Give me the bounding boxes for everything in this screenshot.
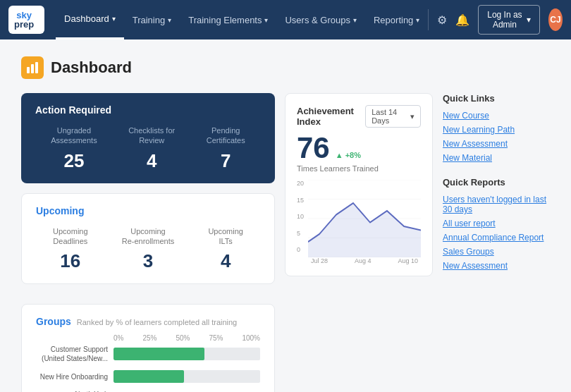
- upcoming-ilts: UpcomingILTs 4: [208, 226, 243, 273]
- stat-label: UngradedAssessments: [51, 125, 97, 146]
- svg-rect-0: [27, 67, 30, 73]
- left-column: Action Required UngradedAssessments 25 C…: [21, 93, 275, 392]
- chart-container: Jul 28 Aug 4 Aug 10: [308, 180, 421, 264]
- page-title-wrap: Dashboard: [21, 56, 550, 79]
- chart-area-fill: [308, 203, 421, 257]
- group-bar: [113, 348, 204, 360]
- chevron-down-icon: ▾: [416, 16, 419, 24]
- quick-report-new-assessment[interactable]: New Assessment: [443, 261, 555, 271]
- chevron-down-icon: ▾: [527, 15, 531, 25]
- chart-area: 20 15 10 5 0: [297, 180, 421, 264]
- quick-report-all-users[interactable]: All user report: [443, 219, 555, 228]
- stat-value: 4: [128, 150, 175, 172]
- action-required-title: Action Required: [35, 104, 261, 116]
- quick-link-new-course[interactable]: New Course: [443, 111, 555, 121]
- groups-subtitle: Ranked by % of learners completed all tr…: [77, 318, 237, 326]
- stat-value: 25: [51, 150, 97, 172]
- chart-wrap: [308, 180, 421, 257]
- group-bar-wrap: [113, 370, 260, 383]
- group-row: Customer Support(United States/New...: [36, 345, 260, 363]
- svg-rect-1: [31, 64, 34, 73]
- chevron-down-icon: ▾: [112, 15, 116, 23]
- upcoming-label: UpcomingRe-enrollments: [122, 226, 175, 247]
- nav-item-dashboard[interactable]: Dashboard ▾: [56, 0, 124, 39]
- quick-reports-section: Quick Reports Users haven't logged in la…: [443, 177, 555, 275]
- groups-title: Groups: [36, 316, 71, 327]
- upcoming-label: UpcomingILTs: [208, 226, 243, 247]
- page-title: Dashboard: [51, 59, 132, 77]
- achievement-title: Achievement Index: [297, 106, 365, 127]
- upcoming-deadlines: UpcomingDeadlines 16: [53, 226, 88, 273]
- stat-label: Checklists forReview: [128, 125, 175, 146]
- chevron-down-icon: ▾: [168, 16, 171, 24]
- svg-rect-2: [35, 62, 38, 73]
- upcoming-label: UpcomingDeadlines: [53, 226, 88, 247]
- upcoming-value: 3: [122, 250, 175, 272]
- nav-item-users-groups[interactable]: Users & Groups ▾: [276, 0, 364, 39]
- right-column: Quick Links New Course New Learning Path…: [443, 93, 555, 275]
- stat-label: PendingCertificates: [207, 125, 245, 146]
- gear-icon[interactable]: ⚙: [437, 13, 447, 27]
- quick-links-title: Quick Links: [443, 93, 555, 104]
- nav-item-training[interactable]: Training ▾: [124, 0, 180, 39]
- action-stats: UngradedAssessments 25 Checklists forRev…: [35, 125, 261, 172]
- group-name: Customer Support(United States/New...: [36, 345, 113, 363]
- group-bar-wrap: [113, 348, 260, 360]
- quick-links-section: Quick Links New Course New Learning Path…: [443, 93, 555, 167]
- quick-link-new-learning-path[interactable]: New Learning Path: [443, 125, 555, 135]
- quick-link-new-material[interactable]: New Material: [443, 153, 555, 163]
- action-required-card: Action Required UngradedAssessments 25 C…: [21, 93, 275, 183]
- chart-svg: [308, 180, 421, 257]
- upcoming-value: 16: [53, 250, 88, 272]
- avatar[interactable]: CJ: [548, 8, 563, 31]
- stat-ungraded: UngradedAssessments 25: [51, 125, 97, 172]
- quick-report-sales-groups[interactable]: Sales Groups: [443, 247, 555, 257]
- nav-divider: [428, 9, 429, 30]
- main-content: Dashboard Action Required UngradedAssess…: [0, 39, 571, 392]
- upcoming-card: Upcoming UpcomingDeadlines 16 UpcomingRe…: [21, 193, 275, 285]
- stat-value: 7: [207, 150, 245, 172]
- achievement-header: Achievement Index Last 14 Days ▾: [297, 105, 421, 128]
- bell-icon[interactable]: 🔔: [455, 13, 469, 27]
- middle-column: Achievement Index Last 14 Days ▾ 76 ▲ +8…: [285, 93, 433, 276]
- group-name: New Hire Onboarding: [36, 372, 113, 381]
- chevron-down-icon: ▾: [264, 16, 268, 24]
- groups-card: Groups Ranked by % of learners completed…: [21, 304, 275, 392]
- stat-checklists: Checklists forReview 4: [128, 125, 175, 172]
- dashboard-icon: [21, 56, 44, 79]
- nav-item-reporting[interactable]: Reporting ▾: [365, 0, 428, 39]
- upcoming-title: Upcoming: [36, 205, 260, 216]
- chart-labels: Jul 28 Aug 4 Aug 10: [308, 257, 421, 264]
- nav-item-training-elements[interactable]: Training Elements ▾: [180, 0, 276, 39]
- upcoming-value: 4: [208, 250, 243, 272]
- quick-reports-title: Quick Reports: [443, 177, 555, 188]
- groups-scale: 0% 25% 50% 75% 100%: [36, 334, 260, 345]
- achievement-card: Achievement Index Last 14 Days ▾ 76 ▲ +8…: [285, 93, 433, 276]
- stat-certificates: PendingCertificates 7: [207, 125, 245, 172]
- group-row: New Hire Onboarding: [36, 370, 260, 383]
- achievement-value: 76: [297, 133, 330, 163]
- group-bar: [113, 370, 184, 383]
- logo[interactable]: sky prep: [8, 6, 44, 34]
- chevron-down-icon: ▾: [410, 112, 415, 121]
- upcoming-stats: UpcomingDeadlines 16 UpcomingRe-enrollme…: [36, 226, 260, 273]
- groups-header: Groups Ranked by % of learners completed…: [36, 316, 260, 327]
- quick-report-not-logged[interactable]: Users haven't logged in last 30 days: [443, 195, 555, 214]
- content-grid: Action Required UngradedAssessments 25 C…: [21, 93, 550, 392]
- achievement-sub: Times Learners Trained: [297, 164, 421, 173]
- navbar: sky prep Dashboard ▾ Training ▾ Training…: [0, 0, 571, 39]
- login-button[interactable]: Log In as Admin ▾: [478, 5, 540, 35]
- date-range-select[interactable]: Last 14 Days ▾: [365, 105, 421, 128]
- quick-report-compliance[interactable]: Annual Compliance Report: [443, 233, 555, 243]
- nav-items: Dashboard ▾ Training ▾ Training Elements…: [56, 0, 428, 39]
- quick-link-new-assessment[interactable]: New Assessment: [443, 139, 555, 149]
- upcoming-reenrollments: UpcomingRe-enrollments 3: [122, 226, 175, 273]
- nav-right: ⚙ 🔔 Log In as Admin ▾ CJ: [428, 5, 563, 35]
- achievement-change: ▲ +8%: [336, 151, 361, 159]
- chevron-down-icon: ▾: [353, 16, 357, 24]
- chart-y-axis: 20 15 10 5 0: [297, 180, 305, 264]
